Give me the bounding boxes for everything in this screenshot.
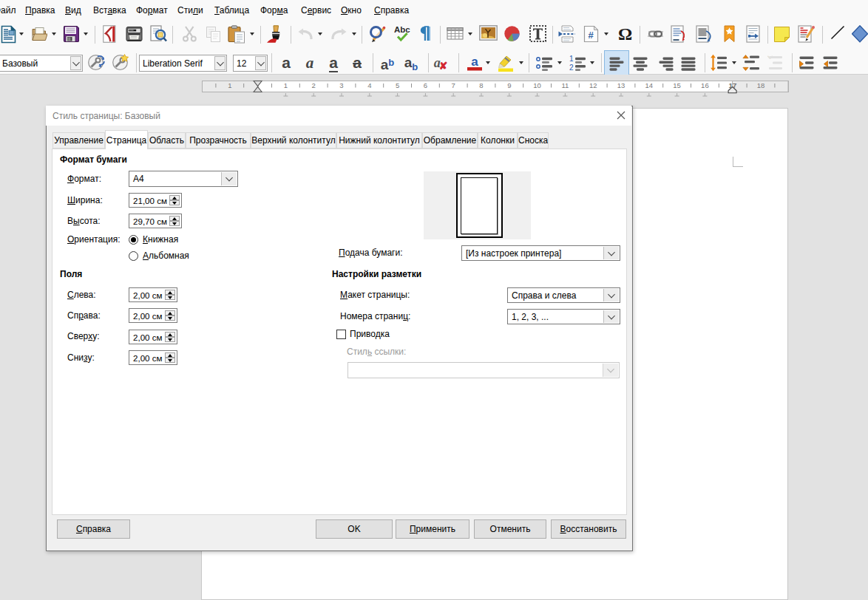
svg-text:1: 1 xyxy=(569,55,574,63)
svg-text:Ω: Ω xyxy=(618,25,632,43)
svg-text:13: 13 xyxy=(617,81,625,89)
svg-text:15: 15 xyxy=(673,81,681,89)
svg-text:2: 2 xyxy=(569,64,574,72)
svg-text:11: 11 xyxy=(561,81,569,89)
svg-text:2: 2 xyxy=(312,81,316,89)
svg-text:12: 12 xyxy=(589,81,597,89)
svg-text:1: 1 xyxy=(228,81,231,89)
svg-text:14: 14 xyxy=(645,81,654,89)
svg-text:1: 1 xyxy=(284,81,288,89)
svg-text:18: 18 xyxy=(757,81,765,89)
svg-text:16: 16 xyxy=(701,81,709,89)
svg-text:6: 6 xyxy=(424,81,427,89)
svg-text:3: 3 xyxy=(339,81,343,89)
svg-text:4: 4 xyxy=(367,81,371,89)
svg-text:7: 7 xyxy=(452,81,455,89)
svg-text:5: 5 xyxy=(396,81,399,89)
svg-text:9: 9 xyxy=(507,81,511,89)
svg-text:a: a xyxy=(471,55,478,69)
svg-text:#: # xyxy=(588,30,594,41)
svg-text:8: 8 xyxy=(479,81,483,89)
svg-text:10: 10 xyxy=(533,81,541,89)
svg-text:17: 17 xyxy=(728,81,736,89)
svg-text:Abc: Abc xyxy=(394,25,410,34)
